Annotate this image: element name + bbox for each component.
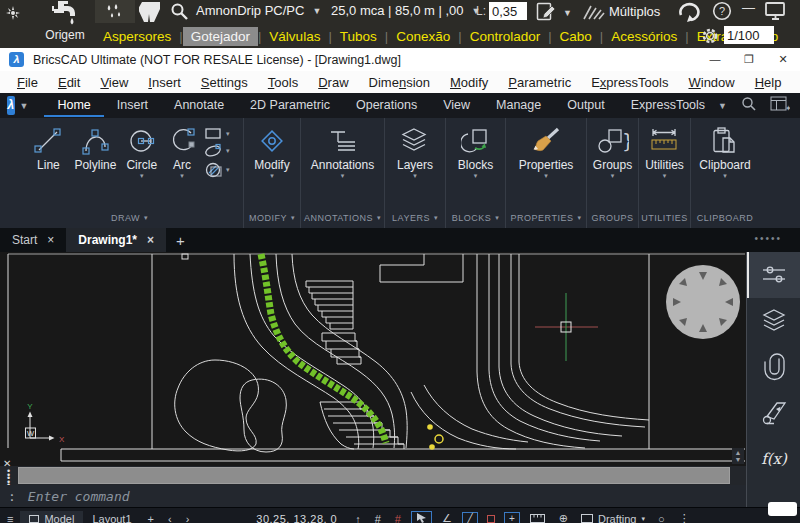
plugin-tab-conex-o[interactable]: Conexão xyxy=(388,27,458,46)
menu-parametric[interactable]: Parametric xyxy=(499,73,580,92)
ortho-icon[interactable]: ∠ xyxy=(442,512,452,523)
close-icon[interactable]: × xyxy=(47,233,54,247)
curved-arrow-icon[interactable] xyxy=(676,0,700,26)
menu-file[interactable]: File xyxy=(8,73,47,92)
new-document-button[interactable]: + xyxy=(166,232,195,249)
ribbon-tab-operations[interactable]: Operations xyxy=(343,94,430,117)
close-button[interactable]: ✕ xyxy=(766,48,800,71)
ribbon-tab-home[interactable]: Home xyxy=(44,94,103,117)
tool-circle[interactable]: Circle ▾ xyxy=(123,125,160,179)
grid-toggle-icon[interactable]: # xyxy=(375,513,381,523)
ribbon-tab-expresstools[interactable]: ExpressTools xyxy=(618,94,718,117)
plugin-tab-tubos[interactable]: Tubos xyxy=(332,27,385,46)
render-panel-button[interactable] xyxy=(747,390,800,436)
fx-panel-button[interactable]: f(x) xyxy=(747,436,800,482)
attachments-panel-button[interactable] xyxy=(747,344,800,390)
cursor-toggle[interactable] xyxy=(411,511,432,523)
doc-tab-drawing1[interactable]: Drawing1*× xyxy=(66,228,166,252)
monitor-icon[interactable] xyxy=(764,1,788,25)
ribbon-tab-annotate[interactable]: Annotate xyxy=(161,94,237,117)
polar-toggle[interactable]: ╱ xyxy=(462,512,478,523)
menu-expresstools[interactable]: ExpressTools xyxy=(582,73,677,92)
tool-modify[interactable]: Modify ▾ xyxy=(251,125,292,179)
scroll-arrows[interactable]: ▲▼ xyxy=(732,448,744,464)
tool-rectangle[interactable]: ▾ xyxy=(204,126,230,141)
tool-polyline[interactable]: Polyline xyxy=(71,125,119,172)
geo-icon[interactable]: ⊕ xyxy=(559,512,568,523)
l-input[interactable] xyxy=(489,2,527,20)
scrollbar-thumb[interactable] xyxy=(18,467,730,484)
minimize-button[interactable]: — xyxy=(698,48,732,71)
plugin-tab-cabo[interactable]: Cabo xyxy=(552,27,600,46)
tool-hatch[interactable]: ▾ xyxy=(204,161,230,178)
plugin-tab-gotejador[interactable]: Gotejador xyxy=(183,27,258,46)
ribbon-tab-2d-parametric[interactable]: 2D Parametric xyxy=(237,94,343,117)
plugin-tab-v-lvulas[interactable]: Válvulas xyxy=(261,27,328,46)
workspace-selector[interactable]: Drafting ▾ xyxy=(581,513,645,523)
device-selector[interactable]: AmnonDrip PC/PC ▼ xyxy=(196,3,321,18)
annotation-sheet-button[interactable]: ▼ xyxy=(536,1,572,24)
menu-window[interactable]: Window xyxy=(679,73,743,92)
multiplos-tool[interactable]: Múltiplos xyxy=(581,2,660,21)
group-label-groups[interactable]: GROUPS xyxy=(587,207,638,228)
snap-grid-icon[interactable]: # xyxy=(395,513,401,523)
drip-mode-button[interactable] xyxy=(95,0,135,23)
ribbon-tab-manage[interactable]: Manage xyxy=(483,94,554,117)
pressure-readout[interactable]: 25,0 mca | 85,0 m | ,00 ▼ xyxy=(331,3,480,18)
tool-line[interactable]: Line xyxy=(29,125,67,172)
plugin-tab-aspersores[interactable]: Aspersores xyxy=(95,27,179,46)
group-label-utilities[interactable]: UTILITIES xyxy=(639,207,690,228)
osnap-toggle[interactable]: + xyxy=(504,512,520,523)
panel-grip-dots[interactable]: ••••• xyxy=(754,233,782,244)
menu-modify[interactable]: Modify xyxy=(441,73,497,92)
tool-ellipse[interactable]: ▾ xyxy=(204,143,230,159)
minimize-icon[interactable]: — xyxy=(742,0,755,15)
gear-icon[interactable] xyxy=(700,26,720,50)
menu-draw[interactable]: Draw xyxy=(309,73,357,92)
group-label-properties[interactable]: PROPERTIES▾ xyxy=(506,207,586,228)
doc-tab-start[interactable]: Start× xyxy=(0,228,66,252)
command-line[interactable]: : Enter command xyxy=(0,485,746,507)
menu-settings[interactable]: Settings xyxy=(192,73,257,92)
tool-utilities[interactable]: Utilities ▾ xyxy=(642,125,687,179)
layers-panel-button[interactable] xyxy=(747,298,800,344)
tool-clipboard[interactable]: Clipboard ▾ xyxy=(696,125,753,179)
ribbon-tab-insert[interactable]: Insert xyxy=(104,94,161,117)
next-layout-icon[interactable]: › xyxy=(186,513,190,523)
properties-panel-button[interactable] xyxy=(747,252,800,298)
search-icon[interactable] xyxy=(169,2,190,26)
chevron-down-icon[interactable]: ▼ xyxy=(20,101,29,111)
menu-insert[interactable]: Insert xyxy=(139,73,190,92)
group-label-draw[interactable]: DRAW▾ xyxy=(16,207,243,228)
origem-tool[interactable]: Origem xyxy=(36,0,94,48)
group-label-clipboard[interactable]: CLIPBOARD xyxy=(691,207,759,228)
restore-button[interactable]: ❐ xyxy=(732,48,766,71)
ribbon-search-icon[interactable] xyxy=(741,96,756,115)
tool-blocks[interactable]: Blocks ▾ xyxy=(455,125,496,179)
tool-annotations[interactable]: Annotations ▾ xyxy=(308,125,377,179)
group-label-blocks[interactable]: BLOCKS▾ xyxy=(446,207,505,228)
horizontal-scrollbar[interactable]: ✕ ••••• xyxy=(0,466,746,485)
panel-layout-icon[interactable]: ✦ xyxy=(770,96,790,116)
chevron-down-icon[interactable]: ▼ xyxy=(718,101,727,111)
status-search-icon[interactable]: ○ xyxy=(658,513,665,523)
tool-arc[interactable]: Arc ▾ xyxy=(164,125,200,179)
add-layout-button[interactable]: + xyxy=(148,513,154,523)
tool-properties[interactable]: Properties ▾ xyxy=(516,125,577,179)
drawing-canvas[interactable]: W Y X ▲▼ xyxy=(0,252,746,466)
menu-view[interactable]: View xyxy=(91,73,137,92)
group-label-annotations[interactable]: ANNOTATIONS▾ xyxy=(301,207,384,228)
tool-layers[interactable]: Layers ▾ xyxy=(394,125,436,179)
ribbon-tab-view[interactable]: View xyxy=(430,94,483,117)
ucs-up-icon[interactable]: ↑ xyxy=(355,513,361,523)
plugin-tab-controlador[interactable]: Controlador xyxy=(462,27,549,46)
menu-help[interactable]: Help xyxy=(746,73,791,92)
status-menu-icon[interactable]: ≡ xyxy=(7,513,13,523)
layout1-tab[interactable]: Layout1 xyxy=(83,511,140,523)
group-label-layers[interactable]: LAYERS▾ xyxy=(385,207,445,228)
menu-tools[interactable]: Tools xyxy=(259,73,307,92)
group-label-modify[interactable]: MODIFY▾ xyxy=(244,207,300,228)
status-more-icon[interactable]: ⋮ xyxy=(679,512,690,523)
coordinates-readout[interactable]: 30,25, 13,28, 0 xyxy=(256,513,337,523)
help-icon[interactable]: ? xyxy=(712,1,733,26)
